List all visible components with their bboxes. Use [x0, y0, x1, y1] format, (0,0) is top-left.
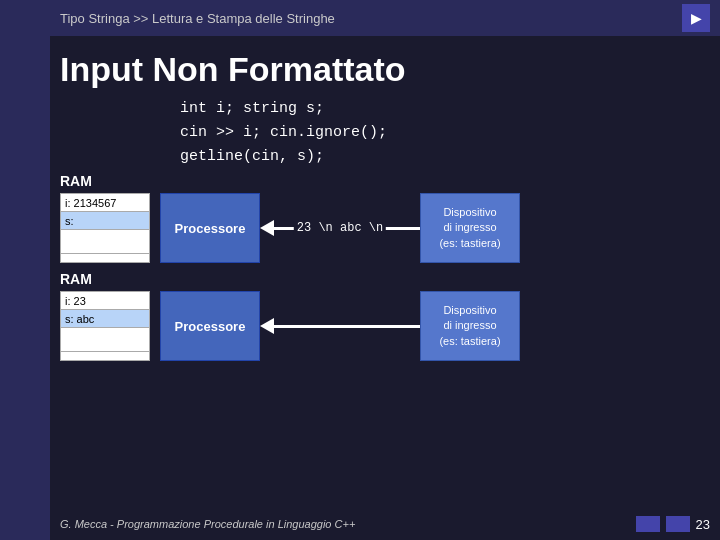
- ram-cell-i1: i: 2134567: [61, 194, 149, 212]
- processor-1: Processore: [160, 193, 260, 263]
- arrow-1: 23 \n abc \n: [260, 193, 420, 263]
- code-line-1: int i; string s;: [180, 97, 700, 121]
- slide: Tipo Stringa >> Lettura e Stampa delle S…: [0, 0, 720, 540]
- ram-box-1: i: 2134567 s:: [60, 193, 150, 263]
- footer-box-2: [666, 516, 690, 532]
- arrow-head-left-1: [260, 220, 274, 236]
- dispositivo-line2-2: di ingresso: [443, 318, 496, 333]
- footer-right: 23: [636, 516, 710, 532]
- arrow-head-left-2: [260, 318, 274, 334]
- footer: G. Mecca - Programmazione Procedurale in…: [0, 516, 720, 532]
- ram-cell-i2: i: 23: [61, 292, 149, 310]
- ram-cell-empty2: [61, 328, 149, 352]
- code-line-2: cin >> i; cin.ignore();: [180, 121, 700, 145]
- dispositivo-line2-1: di ingresso: [443, 220, 496, 235]
- topbar-title: Tipo Stringa >> Lettura e Stampa delle S…: [60, 11, 335, 26]
- dispositivo-line1-1: Dispositivo: [443, 205, 496, 220]
- ram-box-2: i: 23 s: abc: [60, 291, 150, 361]
- footer-text: G. Mecca - Programmazione Procedurale in…: [60, 518, 355, 530]
- dispositivo-line3-1: (es: tastiera): [439, 236, 500, 251]
- arrow-2: [260, 291, 420, 361]
- arrow-line-2: [274, 325, 420, 328]
- diagram-row-1: i: 2134567 s: Processore 23 \n abc \n: [60, 193, 700, 263]
- ram-cell-s2: s: abc: [61, 310, 149, 328]
- page-number: 23: [696, 517, 710, 532]
- code-line-3: getline(cin, s);: [180, 145, 700, 169]
- footer-box-1: [636, 516, 660, 532]
- ram-cell-s1: s:: [61, 212, 149, 230]
- ram-label-2: RAM: [60, 271, 700, 287]
- ram-label-1: RAM: [60, 173, 700, 189]
- top-bar: Tipo Stringa >> Lettura e Stampa delle S…: [0, 0, 720, 36]
- dispositivo-line3-2: (es: tastiera): [439, 334, 500, 349]
- next-arrow[interactable]: ▶: [682, 4, 710, 32]
- main-content: Input Non Formattato int i; string s; ci…: [0, 36, 720, 377]
- diagram-row-2: i: 23 s: abc Processore Dispositivo d: [60, 291, 700, 361]
- dispositivo-2: Dispositivo di ingresso (es: tastiera): [420, 291, 520, 361]
- arrow-label-1: 23 \n abc \n: [294, 221, 386, 235]
- slide-title: Input Non Formattato: [60, 50, 700, 89]
- code-block: int i; string s; cin >> i; cin.ignore();…: [180, 97, 700, 169]
- ram-cell-empty1: [61, 230, 149, 254]
- processor-2: Processore: [160, 291, 260, 361]
- dispositivo-line1-2: Dispositivo: [443, 303, 496, 318]
- dispositivo-1: Dispositivo di ingresso (es: tastiera): [420, 193, 520, 263]
